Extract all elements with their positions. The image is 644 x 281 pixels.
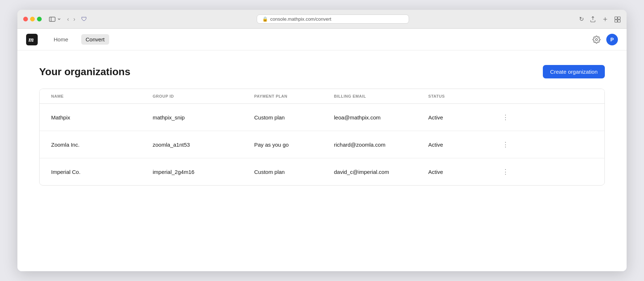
table-header: NAME GROUP ID PAYMENT PLAN BILLING EMAIL…	[40, 89, 604, 104]
top-nav: m Home Convert P	[17, 29, 627, 50]
svg-rect-0	[49, 17, 55, 21]
col-actions	[496, 89, 518, 103]
org-status: Active	[424, 162, 496, 182]
org-name: Zoomla Inc.	[47, 135, 148, 154]
svg-rect-5	[615, 17, 618, 19]
more-options-button[interactable]: ⋮	[501, 165, 511, 179]
share-icon[interactable]	[590, 16, 596, 23]
forward-button[interactable]: ›	[72, 15, 77, 23]
table-row: Mathpix mathpix_snip Custom plan leoa@ma…	[40, 104, 604, 131]
browser-nav: ‹ ›	[66, 15, 77, 23]
browser-actions: ↻	[579, 16, 621, 23]
close-button[interactable]	[23, 17, 28, 21]
org-payment-plan: Custom plan	[250, 162, 330, 182]
col-status: STATUS	[424, 89, 496, 103]
more-options-button[interactable]: ⋮	[501, 110, 511, 124]
org-name: Mathpix	[47, 108, 148, 127]
browser-window: ‹ › 🛡 🔒 console.mathpix.com/convert ↻ m	[17, 10, 627, 271]
avatar[interactable]: P	[606, 34, 618, 45]
organizations-table: NAME GROUP ID PAYMENT PLAN BILLING EMAIL…	[39, 89, 605, 186]
org-group-id: mathpix_snip	[148, 108, 250, 127]
svg-rect-7	[615, 20, 618, 22]
org-billing-email: david_c@imperial.com	[330, 162, 424, 182]
svg-rect-6	[618, 17, 620, 19]
nav-convert[interactable]: Convert	[81, 34, 109, 45]
traffic-lights	[23, 17, 42, 21]
nav-right: P	[593, 34, 618, 45]
org-group-id: imperial_2g4m16	[148, 162, 250, 182]
settings-button[interactable]	[593, 36, 600, 44]
page-header: Your organizations Create organization	[39, 65, 605, 78]
org-payment-plan: Pay as you go	[250, 135, 330, 154]
sidebar-toggle[interactable]	[49, 17, 61, 22]
new-tab-icon[interactable]	[602, 16, 608, 23]
nav-home[interactable]: Home	[49, 34, 73, 45]
app-content: m Home Convert P Your organizations Crea…	[17, 29, 627, 271]
svg-rect-8	[618, 20, 620, 22]
org-billing-email: richard@zoomla.com	[330, 135, 424, 154]
col-name: NAME	[47, 89, 148, 103]
org-billing-email: leoa@mathpix.com	[330, 108, 424, 127]
col-payment-plan: PAYMENT PLAN	[250, 89, 330, 103]
org-payment-plan: Custom plan	[250, 108, 330, 127]
reload-icon[interactable]: ↻	[579, 16, 584, 23]
org-status: Active	[424, 108, 496, 127]
url-display: console.mathpix.com/convert	[270, 16, 331, 22]
address-bar-inner[interactable]: 🔒 console.mathpix.com/convert	[257, 15, 409, 24]
main-content: Your organizations Create organization N…	[17, 50, 627, 271]
org-group-id: zoomla_a1nt53	[148, 135, 250, 154]
maximize-button[interactable]	[37, 17, 42, 21]
svg-point-10	[595, 38, 598, 41]
logo: m	[26, 34, 38, 45]
back-button[interactable]: ‹	[66, 15, 70, 23]
org-actions: ⋮	[496, 131, 518, 158]
page-title: Your organizations	[39, 66, 131, 78]
org-actions: ⋮	[496, 158, 518, 185]
table-row: Imperial Co. imperial_2g4m16 Custom plan…	[40, 158, 604, 185]
svg-text:m: m	[29, 36, 34, 43]
lock-icon: 🔒	[262, 16, 268, 22]
more-options-button[interactable]: ⋮	[501, 138, 511, 151]
col-billing-email: BILLING EMAIL	[330, 89, 424, 103]
table-row: Zoomla Inc. zoomla_a1nt53 Pay as you go …	[40, 131, 604, 158]
tabs-icon[interactable]	[614, 16, 621, 23]
create-organization-button[interactable]: Create organization	[543, 65, 605, 78]
minimize-button[interactable]	[30, 17, 35, 21]
shield-icon: 🛡	[81, 16, 87, 23]
org-actions: ⋮	[496, 104, 518, 131]
org-status: Active	[424, 135, 496, 154]
col-group-id: GROUP ID	[148, 89, 250, 103]
org-name: Imperial Co.	[47, 162, 148, 182]
browser-chrome: ‹ › 🛡 🔒 console.mathpix.com/convert ↻	[17, 10, 627, 29]
address-bar: 🔒 console.mathpix.com/convert	[91, 15, 575, 24]
